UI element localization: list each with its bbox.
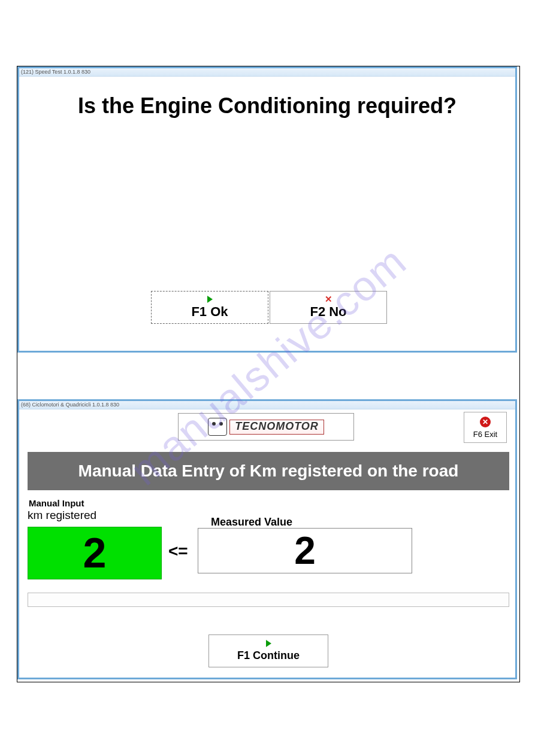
window-title: (68) Ciclomotori & Quadricicli 1.0.1.8 8…: [19, 401, 515, 409]
comparison-operator: <=: [168, 542, 188, 561]
measured-value: 2: [294, 529, 316, 573]
play-icon: [266, 640, 271, 647]
continue-button[interactable]: F1 Continue: [208, 634, 328, 667]
logo-mascot-icon: [208, 418, 227, 436]
no-button-label: F2 No: [310, 304, 346, 320]
km-input[interactable]: 2: [28, 527, 162, 579]
ok-button[interactable]: F1 Ok: [151, 291, 268, 324]
banner-title: Manual Data Entry of Km registered on th…: [28, 452, 509, 490]
logo: TECNOMOTOR: [178, 413, 354, 441]
dialog-engine-conditioning: (121) Speed Test 1.0.1.8 830 Is the Engi…: [17, 66, 517, 353]
no-button[interactable]: ✕ F2 No: [270, 291, 387, 324]
exit-button-label: F6 Exit: [473, 430, 497, 439]
button-row: F1 Ok ✕ F2 No: [151, 291, 387, 324]
question-text: Is the Engine Conditioning required?: [19, 77, 515, 119]
manual-input-label: Manual Input: [29, 498, 84, 508]
continue-button-label: F1 Continue: [237, 649, 300, 662]
close-circle-icon: ✕: [480, 417, 491, 427]
ok-button-label: F1 Ok: [191, 304, 228, 320]
page-frame: (121) Speed Test 1.0.1.8 830 Is the Engi…: [17, 66, 520, 682]
status-bar: [28, 593, 509, 607]
window-title: (121) Speed Test 1.0.1.8 830: [19, 68, 515, 77]
measured-value-label: Measured Value: [211, 516, 292, 529]
measured-value-display: 2: [198, 528, 412, 573]
km-registered-label: km registered: [28, 509, 96, 522]
close-icon: ✕: [325, 294, 333, 305]
km-input-value: 2: [83, 529, 107, 577]
exit-button[interactable]: ✕ F6 Exit: [464, 412, 507, 443]
dialog-km-entry: (68) Ciclomotori & Quadricicli 1.0.1.8 8…: [17, 399, 517, 679]
play-icon: [207, 296, 213, 303]
logo-text: TECNOMOTOR: [229, 420, 324, 435]
